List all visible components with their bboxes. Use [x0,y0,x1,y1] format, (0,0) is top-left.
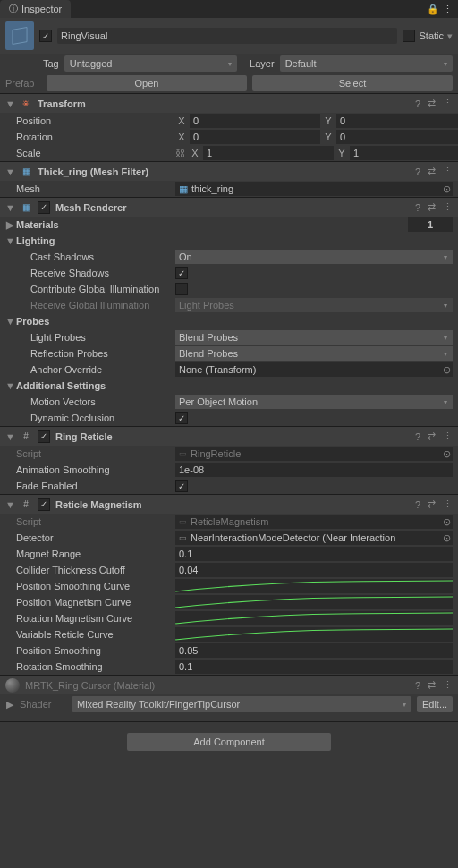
mesh-filter-header[interactable]: ▼ ▦ Thick_ring (Mesh Filter) ? ⇄ ⋮ [0,161,458,181]
mesh-renderer-foldout-icon[interactable]: ▼ [5,202,14,213]
mesh-object-field[interactable]: ▦ thick_ring ⊙ [175,182,453,196]
preset-icon[interactable]: ⇄ [428,166,436,177]
transform-foldout-icon[interactable]: ▼ [5,98,14,109]
additional-foldout-icon[interactable]: ▼ [5,380,14,391]
dynamic-occlusion-checkbox[interactable] [175,412,188,424]
help-icon[interactable]: ? [415,202,420,213]
prefab-select-button[interactable]: Select [252,75,453,91]
position-x-input[interactable] [190,114,320,128]
anchor-override-row: Anchor Override None (Transform) ⊙ [0,362,458,378]
shader-edit-button[interactable]: Edit... [417,696,453,712]
object-picker-icon[interactable]: ⊙ [443,448,451,460]
probes-foldout-icon[interactable]: ▼ [5,316,14,327]
object-picker-icon[interactable]: ⊙ [443,183,451,195]
position-y-input[interactable] [336,114,458,128]
scale-row: Scale ⛓ X Y Z [0,145,458,161]
receive-gi-dropdown: Light Probes [175,298,453,312]
component-menu-icon[interactable]: ⋮ [443,166,453,177]
ring-reticle-enabled-checkbox[interactable] [38,430,50,443]
motion-vectors-dropdown[interactable]: Per Object Motion [175,395,453,409]
mesh-renderer-enabled-checkbox[interactable] [38,201,50,214]
transform-header[interactable]: ▼ ⛯ Transform ? ⇄ ⋮ [0,93,458,113]
inspector-tab-bar: ⓘ Inspector 🔒 ⋮ [0,0,458,18]
ring-reticle-foldout-icon[interactable]: ▼ [5,431,14,442]
component-menu-icon[interactable]: ⋮ [443,498,453,510]
additional-section[interactable]: ▼ Additional Settings [0,378,458,394]
lighting-foldout-icon[interactable]: ▼ [5,235,14,246]
component-menu-icon[interactable]: ⋮ [443,679,453,691]
detector-field[interactable]: ▭ NearInteractionModeDetector (Near Inte… [175,531,453,545]
tag-dropdown[interactable]: Untagged [64,55,237,72]
cast-shadows-dropdown[interactable]: On [175,250,453,264]
prefab-row: Prefab Open Select [0,73,458,93]
materials-section[interactable]: ▶ Materials 1 [0,217,458,233]
help-icon[interactable]: ? [415,98,420,109]
mesh-renderer-header[interactable]: ▼ ▦ Mesh Renderer ? ⇄ ⋮ [0,197,458,217]
contribute-gi-checkbox[interactable] [175,283,188,295]
material-sphere-icon [5,678,20,693]
preset-icon[interactable]: ⇄ [428,201,436,213]
preset-icon[interactable]: ⇄ [428,430,436,442]
rotation-y-input[interactable] [336,130,458,144]
fade-enabled-checkbox[interactable] [175,480,188,492]
preset-icon[interactable]: ⇄ [428,498,436,510]
material-header[interactable]: MRTK_Ring Cursor (Material) ? ⇄ ⋮ [0,675,458,694]
probes-section[interactable]: ▼ Probes [0,313,458,329]
object-picker-icon[interactable]: ⊙ [443,516,451,528]
help-icon[interactable]: ? [415,431,420,442]
preset-icon[interactable]: ⇄ [428,679,436,691]
component-menu-icon[interactable]: ⋮ [443,98,453,109]
var-reticle-curve-field[interactable] [175,627,453,642]
reticle-magnetism-foldout-icon[interactable]: ▼ [5,499,14,510]
rot-mag-curve-field[interactable] [175,611,453,625]
static-checkbox[interactable] [403,30,415,42]
shader-dropdown[interactable]: Mixed Reality Toolkit/FingerTipCursor [72,696,411,712]
receive-shadows-checkbox[interactable] [175,267,188,279]
help-icon[interactable]: ? [415,166,420,177]
reticle-magnetism-enabled-checkbox[interactable] [38,498,50,511]
gameobject-icon[interactable] [5,21,34,50]
mesh-filter-foldout-icon[interactable]: ▼ [5,166,14,177]
gameobject-name-input[interactable] [57,28,397,44]
pos-smoothing-input[interactable] [175,643,453,658]
pos-smooth-curve-field[interactable] [175,579,453,593]
ring-reticle-header[interactable]: ▼ # Ring Reticle ? ⇄ ⋮ [0,426,458,446]
prefab-open-button[interactable]: Open [47,75,247,91]
materials-foldout-icon[interactable]: ▶ [5,219,14,231]
help-icon[interactable]: ? [415,680,420,691]
cast-shadows-row: Cast Shadows On [0,249,458,265]
magnet-range-input[interactable] [175,547,453,561]
shader-label: Shader [20,699,66,710]
preset-icon[interactable]: ⇄ [428,98,436,109]
collider-cutoff-input[interactable] [175,563,453,577]
lighting-section[interactable]: ▼ Lighting [0,233,458,249]
anchor-override-field[interactable]: None (Transform) ⊙ [175,362,453,377]
component-menu-icon[interactable]: ⋮ [443,201,453,213]
light-probes-dropdown[interactable]: Blend Probes [175,330,453,345]
inspector-tab[interactable]: ⓘ Inspector [0,0,71,18]
object-picker-icon[interactable]: ⊙ [443,364,451,376]
object-picker-icon[interactable]: ⊙ [443,532,451,544]
component-menu-icon[interactable]: ⋮ [443,430,453,442]
static-dropdown-icon[interactable]: ▾ [447,30,453,42]
tab-menu-icon[interactable]: ⋮ [443,4,453,15]
anim-smoothing-input[interactable] [175,463,453,477]
reflection-probes-dropdown[interactable]: Blend Probes [175,346,453,361]
material-foldout-icon[interactable]: ▶ [5,699,14,711]
rot-smoothing-input[interactable] [175,660,453,674]
scale-x-input[interactable] [203,146,334,160]
scale-link-icon[interactable]: ⛓ [175,148,185,158]
detector-row: Detector ▭ NearInteractionModeDetector (… [0,530,458,546]
pos-smooth-curve-row: Position Smoothing Curve [0,578,458,594]
add-component-button[interactable]: Add Component [127,733,331,751]
pos-mag-curve-field[interactable] [175,595,453,609]
layer-dropdown[interactable]: Default [280,55,453,72]
gameobject-active-checkbox[interactable] [39,30,52,42]
static-label: Static [419,30,444,41]
lock-icon[interactable]: 🔒 [427,4,439,15]
scale-y-input[interactable] [350,146,458,160]
help-icon[interactable]: ? [415,499,420,510]
reticle-magnetism-title: Reticle Magnetism [55,499,410,510]
rotation-x-input[interactable] [190,130,320,144]
reticle-magnetism-header[interactable]: ▼ # Reticle Magnetism ? ⇄ ⋮ [0,494,458,514]
